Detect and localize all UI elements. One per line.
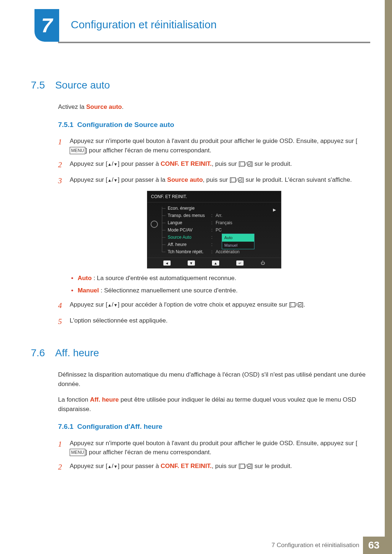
text: ] sur le produit. L'écran suivant s'affi…: [242, 176, 352, 183]
chapter-number-tab: 7: [34, 9, 59, 42]
bullet-item: • Manuel : Sélectionnez manuellement une…: [71, 286, 370, 295]
step-text: Appuyez sur [▲/▼] pour passer à CONF. ET…: [70, 159, 370, 171]
svg-text:/: /: [236, 177, 238, 182]
gear-icon: [151, 221, 158, 228]
step-number: 1: [58, 136, 65, 155]
enter-button-icon: /: [240, 463, 251, 469]
svg-rect-11: [248, 464, 251, 468]
osd-label: Source Auto: [168, 234, 211, 241]
down-arrow-icon: ▼: [114, 178, 118, 183]
step-number: 2: [58, 159, 65, 171]
term-source-auto: Source auto: [167, 176, 203, 183]
text: Appuyez sur [: [70, 160, 107, 167]
down-arrow-icon: ▼: [114, 303, 118, 308]
section-7-5-heading: 7.5 Source auto: [31, 78, 370, 93]
osd-dropdown: Auto Manuel: [222, 234, 254, 249]
osd-nav-down-icon: ▼: [188, 260, 195, 266]
osd-window: CONF. ET REINIT. ▶ Econ. énergie Transp.…: [147, 191, 281, 268]
up-arrow-icon: ▲: [107, 162, 112, 167]
colon: :: [211, 249, 216, 255]
osd-row: Tch Nombre répét.:Accélération: [161, 248, 281, 255]
step-1: 1 Appuyez sur n'importe quel bouton à l'…: [58, 136, 370, 155]
text: Appuyez sur [: [70, 301, 107, 308]
text: ].: [302, 301, 305, 308]
bullet-text: Manuel : Sélectionnez manuellement une s…: [78, 286, 238, 295]
step-number: 2: [58, 461, 65, 473]
section-title: Aff. heure: [55, 345, 99, 361]
term-aff-heure: Aff. heure: [90, 396, 119, 403]
step-text: Appuyez sur n'importe quel bouton à l'av…: [70, 439, 370, 457]
step-number: 1: [58, 439, 65, 457]
text: ] sur le produit.: [251, 160, 292, 167]
enter-button-icon: /: [231, 176, 242, 183]
enter-button-icon: /: [240, 160, 251, 167]
osd-row: Econ. énergie: [161, 205, 281, 212]
colon: :: [211, 234, 216, 241]
bullet-text: Auto : La source d'entrée est automatiqu…: [78, 274, 236, 283]
svg-text:/: /: [245, 464, 247, 469]
step-text: Appuyez sur [▲/▼] pour passer à la Sourc…: [70, 175, 370, 187]
step-number: 5: [58, 316, 65, 328]
text: La fonction: [58, 396, 90, 403]
text: Appuyez sur n'importe quel bouton à l'av…: [70, 440, 357, 447]
bullet-item: • Auto : La source d'entrée est automati…: [71, 274, 370, 283]
osd-title: CONF. ET REINIT.: [147, 191, 281, 202]
svg-rect-5: [238, 178, 242, 182]
step-2: 2 Appuyez sur [▲/▼] pour passer à CONF. …: [58, 159, 370, 171]
osd-row: Mode PC/AV:PC: [161, 226, 281, 234]
text: Appuyez sur n'importe quel bouton à l'av…: [70, 138, 357, 144]
paragraph: Définissez la disparition automatique du…: [58, 370, 370, 389]
bullet-dot-icon: •: [71, 274, 73, 283]
osd-enter-icon: ↵: [236, 260, 244, 266]
intro-paragraph: Activez la Source auto.: [58, 102, 370, 112]
step-number: 4: [58, 300, 65, 312]
chapter-title: Configuration et réinitialisation: [71, 16, 217, 33]
text: ] sur le produit.: [251, 463, 292, 469]
osd-label: Langue: [168, 219, 211, 226]
osd-value: Français: [216, 219, 232, 226]
step-text: Appuyez sur n'importe quel bouton à l'av…: [70, 136, 370, 155]
step-text: L'option sélectionnée est appliquée.: [70, 316, 370, 328]
term-manuel: Manuel: [78, 287, 99, 294]
colon: :: [211, 219, 216, 226]
section-number: 7.5: [31, 78, 45, 93]
osd-menu: ▶ Econ. énergie Transp. des menus:Arr. L…: [161, 202, 281, 258]
svg-text:/: /: [245, 161, 247, 167]
footer-chapter-label: 7 Configuration et réinitialisation: [271, 541, 359, 550]
svg-rect-2: [248, 162, 251, 166]
down-arrow-icon: ▼: [114, 162, 118, 167]
text: Appuyez sur [: [70, 176, 107, 183]
step-1: 1 Appuyez sur n'importe quel bouton à l'…: [58, 439, 370, 457]
osd-value: Arr.: [216, 212, 222, 219]
step-5: 5 L'option sélectionnée est appliquée.: [58, 316, 370, 328]
osd-label: Tch Nombre répét.: [168, 249, 211, 255]
section-7-6-heading: 7.6 Aff. heure: [31, 345, 370, 361]
osd-nav-left-icon: ◄: [163, 260, 171, 266]
colon: :: [211, 212, 216, 219]
term-source-auto: Source auto: [86, 103, 122, 110]
osd-footer: ◄ ▼ ▲ ↵ ⏻: [147, 258, 281, 268]
osd-nav-up-icon: ▲: [212, 260, 219, 266]
svg-rect-9: [240, 464, 245, 468]
menu-button-icon: MENU: [70, 449, 85, 456]
text: ] pour accéder à l'option de votre choix…: [118, 301, 291, 308]
osd-body: ▶ Econ. énergie Transp. des menus:Arr. L…: [147, 202, 281, 258]
enter-button-icon: /: [291, 301, 302, 308]
bullet-dot-icon: •: [71, 286, 73, 295]
step-number: 3: [58, 175, 65, 187]
step-2: 2 Appuyez sur [▲/▼] pour passer à CONF. …: [58, 461, 370, 473]
text: ] pour passer à: [118, 463, 160, 469]
step-3: 3 Appuyez sur [▲/▼] pour passer à la Sou…: [58, 175, 370, 187]
osd-label: Aff. heure: [168, 241, 211, 248]
subsection-title: Configuration d'Aff. heure: [77, 423, 163, 430]
osd-row: Transp. des menus:Arr.: [161, 212, 281, 219]
subsection-7-5-1-heading: 7.5.1 Configuration de Source auto: [58, 120, 370, 130]
page-content: 7.5 Source auto Activez la Source auto. …: [0, 54, 392, 473]
osd-label: Mode PC/AV: [168, 227, 211, 233]
colon: :: [211, 227, 216, 233]
osd-row: Langue:Français: [161, 219, 281, 226]
osd-label: Econ. énergie: [168, 205, 211, 212]
osd-label: Transp. des menus: [168, 212, 211, 219]
page-number: 63: [363, 537, 385, 554]
text: ] pour passer à la: [118, 176, 167, 183]
